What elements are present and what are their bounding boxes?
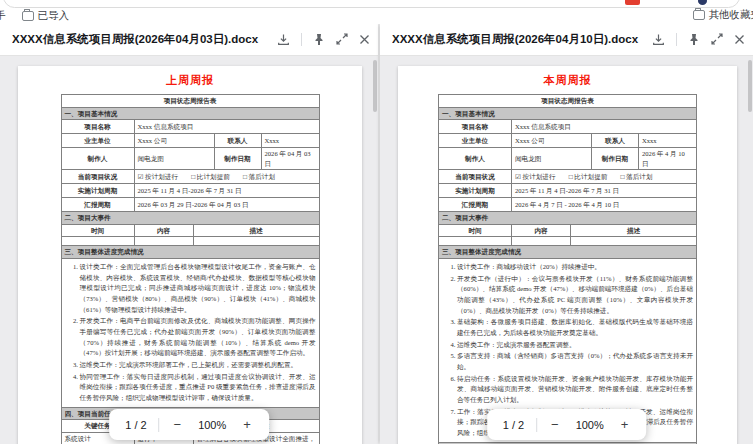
section-events: 二、项目大事件 <box>439 212 697 225</box>
events-header-content: 内容 <box>512 224 571 237</box>
close-icon[interactable] <box>359 34 370 45</box>
value-status-options: ☑ 按计划进行 □ 比计划提前 □ 落后计划 <box>134 170 319 184</box>
label-author: 制作人 <box>61 148 134 170</box>
label-made-date: 制作日期 <box>592 148 639 170</box>
value-owner: Xxxx 公司 <box>512 134 592 148</box>
progress-item: 多语言支持：商城（含经销商）多语言支持（0%）；代办处系统多语言支持未开始。 <box>457 351 693 372</box>
doc-page: 上周周报 项目状态周报告表 一、项目基本情况 项目名称 Xxxx 信息系统项目 … <box>18 66 362 444</box>
section-events: 二、项目大事件 <box>61 212 319 225</box>
download-icon[interactable] <box>277 33 290 46</box>
bookmark-label: 已导入 <box>38 9 70 23</box>
report-table: 项目状态周报告表 一、项目基本情况 项目名称 Xxxx 信息系统项目 业主单位 … <box>438 94 697 212</box>
page-zoom-toolbar: 1 / 2 − 100% + <box>487 409 647 440</box>
label-owner: 业主单位 <box>439 134 512 148</box>
events-header-desc: 描述 <box>571 224 697 237</box>
doc-scroll-area[interactable]: 本周周报 项目状态周报告表 一、项目基本情况 项目名称 Xxxx 信息系统项目 … <box>380 55 753 444</box>
bookmark-item-imported[interactable]: 已导入 <box>22 9 70 23</box>
bookmark-label: 手 <box>0 9 6 23</box>
progress-item: 运维类工作：完成演示环境部署工作，已上架机房，还需要调整机房配置。 <box>80 360 316 371</box>
value-owner: Xxxx 公司 <box>134 134 214 148</box>
value-project-name: Xxxx 信息系统项目 <box>512 120 697 134</box>
close-icon[interactable] <box>734 34 745 45</box>
value-impl-period: 2025 年 11 月 4 日-2026 年 7 月 31 日 <box>512 184 697 198</box>
folder-icon <box>22 11 34 21</box>
doc-titlebar: XXXX信息系统项目周报(2026年04月03日).docx <box>0 24 378 54</box>
progress-item: 协同管理工作：落实每日进度同步机制，通过项目进度会议协调设计、开发、运维岗位衔接… <box>80 372 316 404</box>
value-made-date: 2026 年 4 月 10 日 <box>639 148 697 170</box>
label-report-period: 汇报周期 <box>439 198 512 212</box>
fullscreen-icon[interactable] <box>336 33 348 45</box>
progress-item: 待启动任务：系统设置模块功能开发、资金账户模块功能开发、库存模块功能开发、商城移… <box>457 374 693 406</box>
other-bookmarks-button[interactable]: 其他收藏夹 <box>693 8 753 22</box>
report-table: 项目状态周报告表 一、项目基本情况 项目名称 Xxxx 信息系统项目 业主单位 … <box>61 94 320 212</box>
progress-item: 设计类工作：商城移动设计（20%）持续推进中。 <box>457 262 693 273</box>
page-zoom-toolbar: 1 / 2 − 100% + <box>109 409 269 440</box>
scrollbar[interactable] <box>748 60 752 112</box>
progress-item: 基础架构：各微服务项目搭建、数据库初始化、基础模版代码生成等基础环境搭建任务已完… <box>457 317 693 338</box>
week-label: 本周周报 <box>398 73 737 88</box>
progress-list: 设计类工作：全面完成管理后台各模块物理模型设计收尾工作，资金与账户、仓储模块、内… <box>69 262 316 404</box>
label-made-date: 制作日期 <box>214 148 261 170</box>
section-progress: 三、项目整体进度完成情况 <box>439 246 697 259</box>
download-icon[interactable] <box>652 33 665 46</box>
fullscreen-icon[interactable] <box>711 33 723 45</box>
label-contact: 联系人 <box>592 134 639 148</box>
progress-item: 运维类工作：完成演示服务器配置调整。 <box>457 340 693 351</box>
titlebar-divider <box>676 33 677 46</box>
doc-scroll-area[interactable]: 上周周报 项目状态周报告表 一、项目基本情况 项目名称 Xxxx 信息系统项目 … <box>0 55 378 444</box>
doc-page: 本周周报 项目状态周报告表 一、项目基本情况 项目名称 Xxxx 信息系统项目 … <box>398 66 737 444</box>
pin-icon[interactable] <box>313 33 325 46</box>
bookmark-label: 其他收藏夹 <box>709 8 753 22</box>
events-table: 二、项目大事件 时间 内容 描述 <box>438 211 697 246</box>
value-impl-period: 2025 年 11 月 4 日-2026 年 7 月 31 日 <box>134 184 319 198</box>
section-basic-info: 一、项目基本情况 <box>439 107 697 120</box>
value-report-period: 2026 年 4 月 7 日 - 2026 年 4 月 10 日 <box>512 198 697 212</box>
progress-item: 开发类工作（进行中）：会议与票务模块开发（11%）、财务系统前端功能调整（60%… <box>457 274 693 317</box>
label-status: 当前项目状况 <box>61 170 134 184</box>
label-project-name: 项目名称 <box>61 120 134 134</box>
events-header-content: 内容 <box>134 224 193 237</box>
progress-item: 开发类工作：电商平台前端页面修改及优化、商城模块页面功能调整、网页操作手册编写等… <box>80 316 316 359</box>
zoom-level: 100% <box>573 419 607 431</box>
titlebar-divider <box>301 33 302 46</box>
browser-top-strip: 手 已导入 其他收藏夹 <box>0 0 753 24</box>
report-title: 项目状态周报告表 <box>439 95 697 108</box>
zoom-in-button[interactable]: + <box>241 417 253 432</box>
pin-icon[interactable] <box>688 33 700 46</box>
folder-icon <box>693 10 705 20</box>
bookmarks-bar: 手 已导入 其他收藏夹 <box>0 8 753 24</box>
label-impl-period: 实施计划周期 <box>439 184 512 198</box>
value-status-options: ☑ 按计划进行 □ 比计划提前 □ 落后计划 <box>512 170 697 184</box>
doc-filename: XXXX信息系统项目周报(2026年04月03日).docx <box>12 32 269 47</box>
page-indicator: 1 / 2 <box>503 419 524 431</box>
extension-icon-partial[interactable] <box>625 0 640 5</box>
toolbar-divider <box>159 418 160 432</box>
events-table: 二、项目大事件 时间 内容 描述 <box>61 211 320 246</box>
events-header-time: 时间 <box>61 224 134 237</box>
label-author: 制作人 <box>439 148 512 170</box>
label-status: 当前项目状况 <box>439 170 512 184</box>
label-impl-period: 实施计划周期 <box>61 184 134 198</box>
label-owner: 业主单位 <box>61 134 134 148</box>
value-contact: Xxxx <box>261 134 319 148</box>
value-project-name: Xxxx 信息系统项目 <box>134 120 319 134</box>
value-contact: Xxxx <box>639 134 697 148</box>
progress-item: 设计类工作：全面完成管理后台各模块物理模型设计收尾工作，资金与账户、仓储模块、内… <box>80 262 316 315</box>
zoom-level: 100% <box>195 419 229 431</box>
bookmark-item-cut[interactable]: 手 <box>0 9 6 23</box>
zoom-in-button[interactable]: + <box>619 417 631 432</box>
toolbar-divider <box>536 418 537 432</box>
week-label: 上周周报 <box>18 73 362 88</box>
doc-filename: XXXX信息系统项目周报(2026年04月10日).docx <box>392 32 644 47</box>
zoom-out-button[interactable]: − <box>549 417 561 432</box>
label-report-period: 汇报周期 <box>61 198 134 212</box>
events-header-desc: 描述 <box>193 224 319 237</box>
section-basic-info: 一、项目基本情况 <box>61 107 319 120</box>
doc-preview-panel-last-week: XXXX信息系统项目周报(2026年04月03日).docx <box>0 24 378 444</box>
events-header-time: 时间 <box>439 224 512 237</box>
scrollbar[interactable] <box>373 60 377 112</box>
label-contact: 联系人 <box>214 134 261 148</box>
value-made-date: 2026 年 04 月 03 日 <box>261 148 319 170</box>
zoom-out-button[interactable]: − <box>172 417 184 432</box>
label-project-name: 项目名称 <box>439 120 512 134</box>
